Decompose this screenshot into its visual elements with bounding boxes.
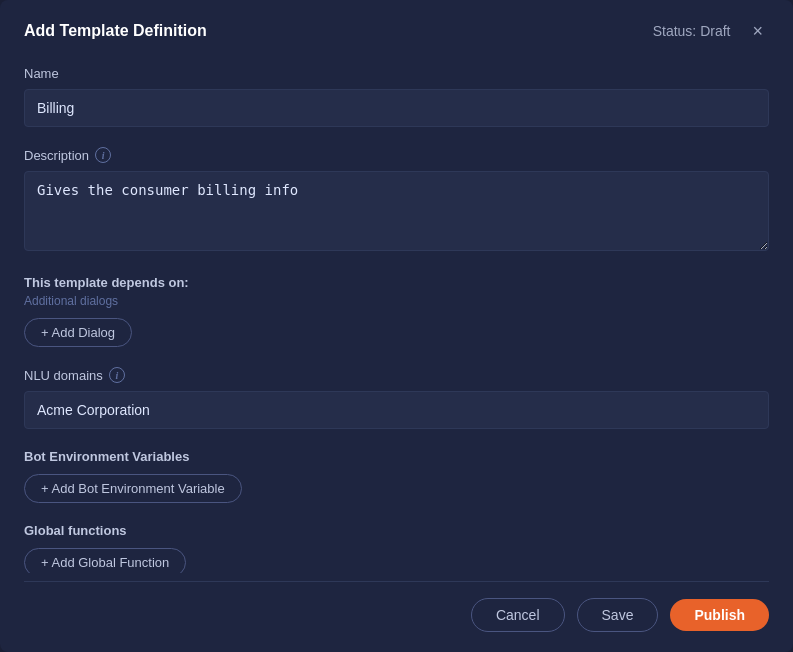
nlu-label: NLU domains i — [24, 367, 769, 383]
modal-title: Add Template Definition — [24, 22, 207, 40]
add-bot-env-button[interactable]: + Add Bot Environment Variable — [24, 474, 242, 503]
name-group: Name — [24, 66, 769, 127]
modal-content: Name Description i Gives the consumer bi… — [24, 66, 769, 573]
nlu-value: Acme Corporation — [24, 391, 769, 429]
header-right: Status: Draft × — [653, 20, 769, 42]
modal-header: Add Template Definition Status: Draft × — [24, 20, 769, 42]
close-button[interactable]: × — [746, 20, 769, 42]
depends-title: This template depends on: — [24, 275, 769, 290]
add-global-function-button[interactable]: + Add Global Function — [24, 548, 186, 573]
publish-button[interactable]: Publish — [670, 599, 769, 631]
description-label: Description i — [24, 147, 769, 163]
depends-section: This template depends on: Additional dia… — [24, 275, 769, 347]
save-button[interactable]: Save — [577, 598, 659, 632]
status-badge: Status: Draft — [653, 23, 731, 39]
modal-container: Add Template Definition Status: Draft × … — [0, 0, 793, 652]
modal-footer: Cancel Save Publish — [24, 581, 769, 632]
global-functions-title: Global functions — [24, 523, 769, 538]
depends-subtitle: Additional dialogs — [24, 294, 769, 308]
cancel-button[interactable]: Cancel — [471, 598, 565, 632]
description-info-icon: i — [95, 147, 111, 163]
bot-env-title: Bot Environment Variables — [24, 449, 769, 464]
name-input[interactable] — [24, 89, 769, 127]
description-textarea[interactable]: Gives the consumer billing info — [24, 171, 769, 251]
nlu-group: NLU domains i Acme Corporation — [24, 367, 769, 429]
name-label: Name — [24, 66, 769, 81]
description-group: Description i Gives the consumer billing… — [24, 147, 769, 255]
bot-env-group: Bot Environment Variables + Add Bot Envi… — [24, 449, 769, 503]
add-dialog-button[interactable]: + Add Dialog — [24, 318, 132, 347]
global-functions-group: Global functions + Add Global Function — [24, 523, 769, 573]
nlu-info-icon: i — [109, 367, 125, 383]
